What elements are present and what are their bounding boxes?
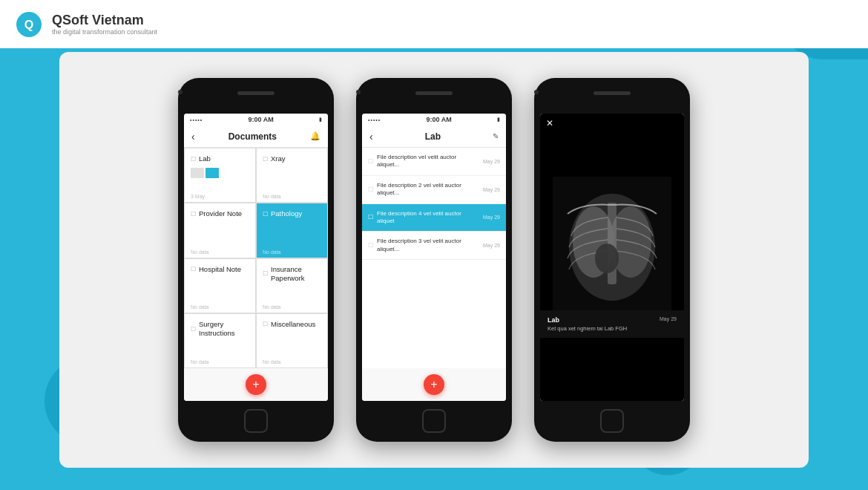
pathology-cell-name: Pathology <box>271 209 302 218</box>
surgery-cell-icon: ☐ <box>191 326 196 333</box>
signal-dots-2: ••••• <box>368 117 381 122</box>
doc-cell-header-pathology: ☐ Pathology <box>263 209 321 218</box>
misc-cell-icon: ☐ <box>263 321 268 327</box>
doc-cell-header-hospital: ☐ Hospital Note <box>191 265 249 274</box>
misc-nodata: No data <box>263 359 321 365</box>
lab-item-4[interactable]: ☐ File description 4 vel velit auctor al… <box>362 204 506 232</box>
add-btn-container-1: + <box>184 368 328 401</box>
xray-cell-icon: ☐ <box>263 156 268 163</box>
phone-home-1[interactable] <box>244 409 268 433</box>
phone-speaker-2 <box>415 91 453 95</box>
doc-cell-header-provider: ☐ Provider Note <box>191 209 249 218</box>
phone-camera-3 <box>534 90 539 94</box>
doc-cell-header-insurance: ☐ Insurance Paperwork <box>263 265 321 284</box>
documents-grid: ☐ Lab 3 May ☐ Xray No data <box>184 148 328 368</box>
doc-cell-hospital[interactable]: ☐ Hospital Note No data <box>184 258 256 313</box>
lab-item-3[interactable]: ☐ File description 3 vel velit auctor al… <box>362 232 506 260</box>
lab-item-icon-2: ☐ <box>368 186 373 193</box>
lab-item-text-2: File description 2 vel velit auctor aliq… <box>377 182 479 197</box>
xray-date: May 29 <box>660 316 677 321</box>
doc-cell-pathology[interactable]: ☐ Pathology No data <box>256 203 328 258</box>
phone-screen-3: ✕ <box>540 114 684 401</box>
lab-item-icon-3: ☐ <box>368 242 373 249</box>
add-btn-container-2: + <box>362 368 506 401</box>
doc-cell-provider[interactable]: ☐ Provider Note No data <box>184 203 256 258</box>
lab-item-1[interactable]: ☐ File description vel velit auctor aliq… <box>362 148 506 176</box>
lab-item-icon-4: ☐ <box>368 214 373 220</box>
lab-thumbnails <box>191 168 249 178</box>
doc-cell-header-misc: ☐ Miscellaneous <box>263 320 321 329</box>
phone-screen-1: ••••• 9:00 AM ▮ ‹ Documents 🔔 ☐ Lab <box>184 114 328 401</box>
doc-cell-xray[interactable]: ☐ Xray No data <box>256 148 328 203</box>
phone-documents: ••••• 9:00 AM ▮ ‹ Documents 🔔 ☐ Lab <box>178 78 334 442</box>
xray-info-bar: Lab May 29 Ket qua xet nghiem tai Lab FG… <box>540 310 684 338</box>
status-bar-2: ••••• 9:00 AM ▮ <box>362 114 506 125</box>
edit-icon[interactable]: ✎ <box>493 132 499 140</box>
phone-speaker-3 <box>594 91 631 95</box>
nav-bar-documents: ‹ Documents 🔔 <box>184 125 328 148</box>
phone-camera-2 <box>356 90 361 94</box>
doc-cell-lab[interactable]: ☐ Lab 3 May <box>184 148 256 203</box>
brand-subtitle: the digital transformation consultant <box>52 28 157 36</box>
xray-nodata: No data <box>263 194 321 199</box>
doc-cell-header-xray: ☐ Xray <box>263 154 321 163</box>
nav-title-documents: Documents <box>228 131 277 142</box>
svg-text:Q: Q <box>24 19 33 31</box>
hospital-cell-name: Hospital Note <box>199 265 241 274</box>
lab-item-date-2: May 29 <box>483 187 500 192</box>
phone-home-2[interactable] <box>422 409 446 433</box>
lab-cell-icon: ☐ <box>191 156 196 163</box>
header-bar: Q QSoft Vietnam the digital transformati… <box>0 0 868 48</box>
add-button-1[interactable]: + <box>246 374 266 395</box>
phone-screen-2: ••••• 9:00 AM ▮ ‹ Lab ✎ ☐ File descripti… <box>362 114 506 401</box>
doc-cell-header-lab: ☐ Lab <box>191 154 249 163</box>
xray-close-button[interactable]: ✕ <box>546 118 553 128</box>
xray-title: Lab <box>548 316 559 324</box>
surgery-cell-name: Surgery Instructions <box>199 320 249 339</box>
svg-point-7 <box>595 244 619 273</box>
thumb-2 <box>206 168 219 178</box>
lab-cell-name: Lab <box>199 154 211 163</box>
time-1: 9:00 AM <box>249 116 274 123</box>
add-button-2[interactable]: + <box>424 374 444 395</box>
bell-icon[interactable]: 🔔 <box>310 131 320 141</box>
xray-screen: ✕ <box>540 114 684 401</box>
lab-date: 3 May <box>191 194 249 199</box>
phone-home-3[interactable] <box>600 409 624 433</box>
back-button-2[interactable]: ‹ <box>369 131 373 143</box>
phone-speaker-1 <box>237 91 274 95</box>
brand-name: QSoft Vietnam <box>52 13 157 28</box>
main-card: ••••• 9:00 AM ▮ ‹ Documents 🔔 ☐ Lab <box>59 52 809 468</box>
insurance-cell-name: Insurance Paperwork <box>271 265 321 284</box>
misc-cell-name: Miscellaneous <box>271 320 315 329</box>
lab-item-text-1: File description vel velit auctor alique… <box>377 154 479 169</box>
insurance-cell-icon: ☐ <box>263 270 268 277</box>
nav-bar-lab: ‹ Lab ✎ <box>362 125 506 148</box>
logo-icon: Q <box>15 10 43 39</box>
battery-2: ▮ <box>497 117 500 122</box>
lab-item-icon-1: ☐ <box>368 158 373 165</box>
lab-item-date-1: May 29 <box>483 159 500 164</box>
lab-list: ☐ File description vel velit auctor aliq… <box>362 148 506 368</box>
doc-cell-insurance[interactable]: ☐ Insurance Paperwork No data <box>256 258 328 313</box>
xray-cell-name: Xray <box>271 154 286 163</box>
surgery-nodata: No data <box>191 359 249 365</box>
lab-item-2[interactable]: ☐ File description 2 vel velit auctor al… <box>362 176 506 204</box>
xray-info-row: Lab May 29 <box>548 316 677 324</box>
xray-image <box>553 177 671 310</box>
hospital-cell-icon: ☐ <box>191 266 196 272</box>
provider-nodata: No data <box>191 249 249 255</box>
signal-dots-1: ••••• <box>190 117 203 122</box>
doc-cell-surgery[interactable]: ☐ Surgery Instructions No data <box>184 313 256 368</box>
xray-description: Ket qua xet nghiem tai Lab FGH <box>548 325 677 332</box>
phone-camera-1 <box>178 90 183 94</box>
lab-item-text-3: File description 3 vel velit auctor aliq… <box>377 238 479 253</box>
pathology-nodata: No data <box>263 249 321 255</box>
nav-title-lab: Lab <box>425 131 441 142</box>
provider-cell-name: Provider Note <box>199 209 242 218</box>
back-button-1[interactable]: ‹ <box>191 131 195 143</box>
doc-cell-misc[interactable]: ☐ Miscellaneous No data <box>256 313 328 368</box>
doc-cell-header-surgery: ☐ Surgery Instructions <box>191 320 249 339</box>
provider-cell-icon: ☐ <box>191 211 196 218</box>
lab-item-date-4: May 29 <box>483 215 500 220</box>
